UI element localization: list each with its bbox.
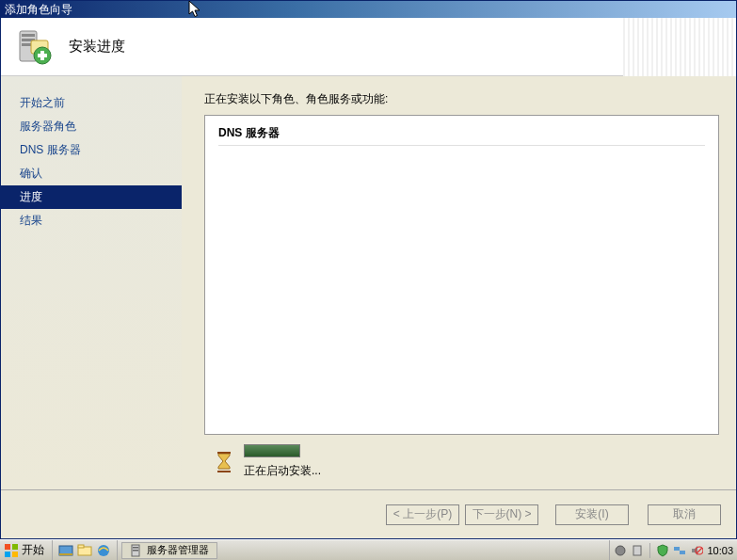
tray-network-icon[interactable] [673,544,686,557]
button-row: < 上一步(P) 下一步(N) > 安装(I) 取消 [1,489,736,538]
prev-button: < 上一步(P) [386,504,459,525]
tray-sound-icon[interactable] [690,544,703,557]
ie-icon[interactable] [96,543,111,558]
svg-point-22 [616,546,625,555]
svg-rect-17 [78,545,84,548]
sidebar: 开始之前 服务器角色 DNS 服务器 确认 进度 结果 [1,76,182,488]
header-area: 安装进度 [1,18,736,76]
window-title: 添加角色向导 [5,2,72,18]
tray-security-icon[interactable] [656,544,669,557]
install-button: 安装(I) [555,504,629,525]
progress-text: 正在启动安装... [244,463,321,479]
hourglass-icon [216,452,232,472]
svg-rect-15 [59,553,72,555]
svg-rect-10 [5,544,10,550]
svg-rect-20 [133,547,138,549]
svg-rect-8 [217,452,231,454]
show-desktop-icon[interactable] [58,543,73,558]
content-box: DNS 服务器 [204,115,719,435]
progress-fill [245,445,299,456]
start-label: 开始 [22,542,44,558]
taskbar: 开始 服务器管理器 10:03 [0,539,737,560]
system-tray: 10:03 [609,540,737,561]
next-button: 下一步(N) > [465,504,538,525]
start-button[interactable]: 开始 [0,540,53,561]
svg-rect-9 [217,471,231,472]
progress-row: 正在启动安装... [204,444,719,479]
titlebar[interactable]: 添加角色向导 [1,1,736,18]
sidebar-item-server-roles[interactable]: 服务器角色 [1,115,182,138]
svg-rect-1 [22,34,35,37]
quick-launch [53,540,118,561]
page-title: 安装进度 [69,38,125,56]
sidebar-item-before-start[interactable]: 开始之前 [1,91,182,115]
svg-rect-25 [680,551,685,554]
task-label: 服务器管理器 [147,543,209,557]
svg-rect-7 [38,54,47,57]
install-item: DNS 服务器 [218,125,705,146]
progress-bar [244,444,300,457]
svg-rect-24 [674,547,680,551]
taskbar-item-server-manager[interactable]: 服务器管理器 [121,542,217,559]
wizard-window: 添加角色向导 安装进度 开始之前 服务器角色 DNS 服务器 确认 进度 结果 [0,0,737,539]
sidebar-item-progress[interactable]: 进度 [1,185,182,209]
explorer-icon[interactable] [77,543,92,558]
body-area: 开始之前 服务器角色 DNS 服务器 确认 进度 结果 正在安装以下角色、角色服… [1,76,736,488]
svg-rect-13 [12,552,18,557]
server-role-icon [14,27,54,67]
header-decoration [623,18,736,76]
sidebar-item-results[interactable]: 结果 [1,209,182,232]
svg-rect-23 [633,546,641,555]
sidebar-item-dns-server[interactable]: DNS 服务器 [1,138,182,162]
tray-icon-1[interactable] [614,544,627,557]
main-panel: 正在安装以下角色、角色服务或功能: DNS 服务器 正在启动安装... [182,76,736,488]
svg-rect-12 [5,552,10,557]
intro-text: 正在安装以下角色、角色服务或功能: [204,91,719,107]
svg-rect-21 [133,550,138,552]
sidebar-item-confirm[interactable]: 确认 [1,162,182,185]
clock[interactable]: 10:03 [707,545,733,556]
svg-rect-11 [12,544,18,550]
cancel-button[interactable]: 取消 [648,504,721,525]
tray-icon-2[interactable] [631,544,644,557]
windows-flag-icon [4,543,19,558]
